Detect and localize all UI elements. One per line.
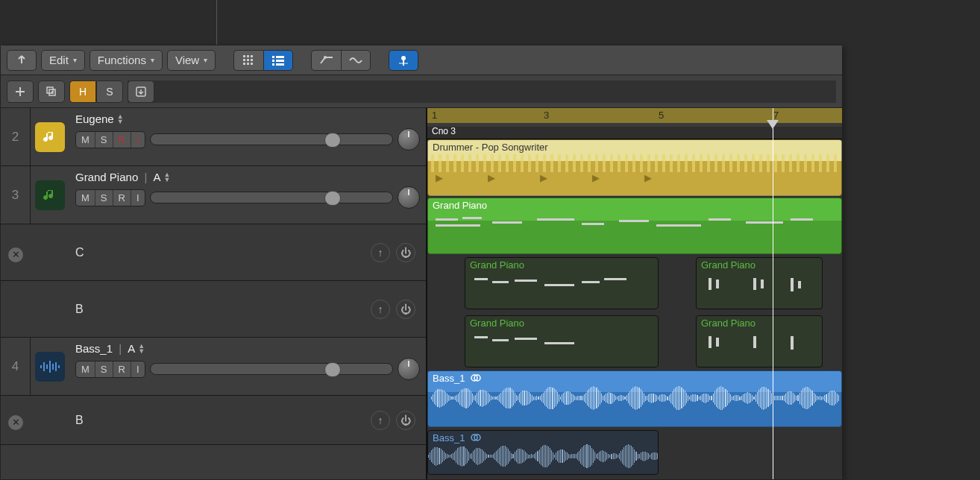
take-power-button[interactable]: ⏻ xyxy=(396,243,415,262)
pan-knob[interactable] xyxy=(398,186,420,209)
track-name[interactable]: Bass_1 | A ▲▼ xyxy=(75,342,420,355)
waveform-preview xyxy=(431,386,838,410)
take-up-button[interactable]: ↑ xyxy=(371,411,390,430)
track-row-4[interactable]: 4 Bass_1 | A ▲▼ M xyxy=(1,338,426,396)
svg-rect-8 xyxy=(251,63,253,65)
header-s-label: S xyxy=(106,86,113,98)
header-h-button[interactable]: H xyxy=(69,80,96,103)
region-title: Grand Piano xyxy=(465,258,658,272)
add-track-button[interactable] xyxy=(7,80,34,103)
volume-slider[interactable] xyxy=(150,133,393,145)
loop-icon xyxy=(471,433,481,444)
take-up-button[interactable]: ↑ xyxy=(371,243,390,262)
record-button[interactable]: R xyxy=(113,361,131,377)
take-up-button[interactable]: ↑ xyxy=(371,300,390,319)
list-view-button[interactable] xyxy=(263,50,293,71)
take-power-button[interactable]: ⏻ xyxy=(396,300,415,319)
volume-slider[interactable] xyxy=(150,363,393,375)
msri-buttons: M S R I xyxy=(75,361,145,378)
region-drummer[interactable]: Drummer - Pop Songwriter ▶ ▶▶ ▶▶ xyxy=(427,139,842,196)
ruler[interactable]: 1 3 5 7 Cno 3 xyxy=(427,108,842,139)
playhead[interactable] xyxy=(773,108,773,479)
region-title: Grand Piano xyxy=(697,258,822,272)
ruler-marker: Cno 3 xyxy=(432,126,456,136)
pan-knob[interactable] xyxy=(398,128,420,151)
track-header-bar: H S xyxy=(1,75,842,108)
region-title: Bass_1 xyxy=(428,371,841,386)
svg-rect-3 xyxy=(243,59,245,61)
track-row-3[interactable]: 3 Grand Piano | A ▲▼ M xyxy=(1,166,426,224)
download-icon xyxy=(135,86,147,98)
close-take-button[interactable]: ✕ xyxy=(8,415,23,430)
pan-knob[interactable] xyxy=(398,358,420,380)
playhead-icon xyxy=(398,54,409,66)
play-marker-icon: ▶ xyxy=(436,172,443,184)
download-button[interactable] xyxy=(128,80,154,103)
take-label: B xyxy=(75,414,84,427)
edit-menu[interactable]: Edit ▾ xyxy=(41,50,85,71)
region-bass-take[interactable]: Bass_1 xyxy=(427,430,659,475)
arrow-up-left-icon xyxy=(16,54,28,66)
functions-menu[interactable]: Functions ▾ xyxy=(89,50,163,71)
sort-arrows-icon: ▲▼ xyxy=(163,172,170,183)
header-s-button[interactable]: S xyxy=(96,80,123,103)
view-menu[interactable]: View ▾ xyxy=(167,50,216,71)
waveform-preview xyxy=(428,446,658,467)
flex-button[interactable] xyxy=(341,50,371,71)
track-row-2[interactable]: 2 Eugene ▲▼ M S R xyxy=(1,108,426,166)
msri-buttons: M S R I xyxy=(75,131,145,148)
region-title: Drummer - Pop Songwriter xyxy=(428,140,841,154)
automation-curve-button[interactable] xyxy=(311,50,341,71)
mute-button[interactable]: M xyxy=(76,132,95,148)
track-name[interactable]: Eugene ▲▼ xyxy=(75,113,420,125)
ruler-number: 7 xyxy=(773,110,779,121)
take-folder-row-c[interactable]: ✕ C ↑ ⏻ xyxy=(1,224,426,281)
arrange-area[interactable]: 1 3 5 7 Cno 3 Drummer - Pop Songwriter ▶… xyxy=(427,108,842,479)
sort-arrows-icon: ▲▼ xyxy=(138,344,145,354)
region-piano-take-right[interactable]: Grand Piano xyxy=(696,257,823,309)
region-title: Grand Piano xyxy=(465,316,658,330)
input-button[interactable]: I xyxy=(131,132,145,148)
region-piano-take-left[interactable]: Grand Piano xyxy=(465,257,659,309)
svg-rect-9 xyxy=(272,56,274,58)
view-mode-group xyxy=(233,50,293,71)
track-number: 2 xyxy=(1,108,31,165)
take-label: B xyxy=(75,303,84,316)
drummer-track-icon xyxy=(35,122,65,152)
chevron-down-icon: ▾ xyxy=(151,56,154,64)
input-button[interactable]: I xyxy=(131,190,145,206)
region-piano-main[interactable]: Grand Piano xyxy=(427,198,842,254)
input-button[interactable]: I xyxy=(131,361,145,377)
plus-icon xyxy=(15,86,25,97)
track-number: 4 xyxy=(1,338,31,395)
grid-view-button[interactable] xyxy=(233,50,263,71)
automation-icon xyxy=(320,55,333,66)
duplicate-track-button[interactable] xyxy=(38,80,65,103)
edit-menu-label: Edit xyxy=(49,54,69,66)
track-name[interactable]: Grand Piano | A ▲▼ xyxy=(75,171,420,183)
music-note-icon xyxy=(43,188,57,203)
back-up-button[interactable] xyxy=(7,50,37,71)
automation-group xyxy=(311,50,371,71)
take-folder-bass-b[interactable]: ✕ B ↑ ⏻ xyxy=(1,396,426,445)
mute-button[interactable]: M xyxy=(76,190,95,206)
solo-button[interactable]: S xyxy=(95,132,113,148)
solo-button[interactable]: S xyxy=(95,190,113,206)
grid-icon xyxy=(243,55,255,66)
region-piano-take-b-left[interactable]: Grand Piano xyxy=(465,315,659,367)
waveform-icon xyxy=(40,359,60,374)
record-button[interactable]: R xyxy=(113,190,131,206)
volume-slider[interactable] xyxy=(150,192,393,203)
svg-rect-14 xyxy=(276,63,284,66)
take-folder-row-b[interactable]: B ↑ ⏻ xyxy=(1,281,426,338)
catch-playhead-button[interactable] xyxy=(389,50,418,71)
ruler-number: 5 xyxy=(659,110,664,121)
take-power-button[interactable]: ⏻ xyxy=(396,411,415,430)
mute-button[interactable]: M xyxy=(76,361,95,377)
solo-button[interactable]: S xyxy=(95,361,113,377)
close-take-button[interactable]: ✕ xyxy=(8,247,23,262)
region-piano-take-b-right[interactable]: Grand Piano xyxy=(696,315,823,367)
region-title: Grand Piano xyxy=(697,316,822,330)
record-button[interactable]: R xyxy=(113,132,131,148)
region-bass-main[interactable]: Bass_1 xyxy=(427,370,842,427)
